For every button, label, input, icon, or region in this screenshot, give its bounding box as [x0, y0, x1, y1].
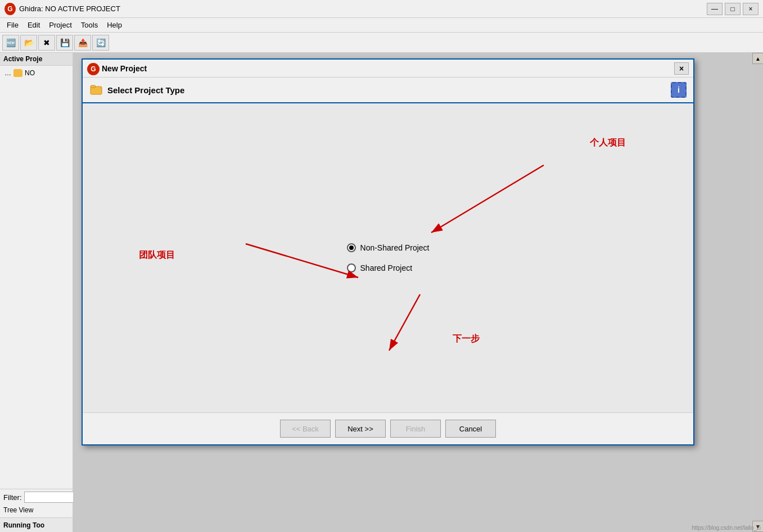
non-shared-project-label: Non-Shared Project: [360, 243, 430, 252]
dialog-header-title: Select Project Type: [107, 85, 184, 95]
window-controls: — □ ×: [707, 3, 759, 15]
export-toolbar-btn[interactable]: 📤: [74, 35, 91, 51]
dialog-title-bar: G New Project ×: [83, 60, 693, 78]
non-shared-project-option[interactable]: Non-Shared Project: [347, 243, 430, 252]
menu-project[interactable]: Project: [44, 20, 76, 30]
left-panel: Active Proje … NO Filter: ▶ Tree View Ru…: [0, 53, 73, 532]
filter-label: Filter:: [3, 493, 22, 502]
dialog-close-button[interactable]: ×: [674, 62, 689, 75]
no-project-label: NO: [25, 69, 35, 77]
window-title: Ghidra: NO ACTIVE PROJECT: [19, 4, 707, 13]
main-window: G Ghidra: NO ACTIVE PROJECT — □ × File E…: [0, 0, 763, 532]
header-section-folder-icon: [89, 83, 103, 97]
scroll-up-arrow[interactable]: ▲: [752, 53, 763, 64]
shared-project-label: Shared Project: [360, 263, 413, 272]
menu-bar: File Edit Project Tools Help: [0, 18, 763, 33]
svg-line-7: [389, 294, 420, 351]
toolbar: 🆕 📂 ✖ 💾 📤 🔄: [0, 33, 763, 53]
panel-footer: Filter: ▶ Tree View: [0, 489, 73, 517]
project-tree: … NO: [0, 66, 73, 489]
dialog-ghidra-icon: G: [87, 63, 100, 75]
active-projects-label: Active Proje: [3, 55, 42, 63]
save-toolbar-btn[interactable]: 💾: [56, 35, 73, 51]
annotation-team: 团队项目: [139, 249, 175, 261]
svg-rect-1: [91, 85, 96, 88]
back-button[interactable]: << Back: [280, 420, 331, 438]
minimize-button[interactable]: —: [707, 3, 723, 15]
running-tools-label: Running Too: [0, 517, 73, 532]
next-button[interactable]: Next >>: [335, 420, 386, 438]
tree-item-no-project: … NO: [2, 68, 70, 78]
ghidra-dragon-icon: G: [4, 3, 16, 15]
shared-project-option[interactable]: Shared Project: [347, 263, 413, 272]
open-toolbar-btn[interactable]: 📂: [20, 35, 37, 51]
annotation-personal: 个人项目: [590, 137, 626, 149]
menu-help[interactable]: Help: [102, 20, 127, 30]
project-type-radio-group: Non-Shared Project Shared Project: [347, 243, 430, 272]
new-project-toolbar-btn[interactable]: 🆕: [2, 35, 19, 51]
menu-file[interactable]: File: [2, 20, 23, 30]
dialog-title-text: New Project: [102, 64, 674, 73]
folder-icon: [13, 69, 22, 77]
dialog-title-icon: G: [87, 63, 98, 74]
menu-edit[interactable]: Edit: [23, 20, 44, 30]
scroll-thumb: [752, 64, 763, 521]
finish-button[interactable]: Finish: [390, 420, 441, 438]
ellipsis-label: …: [4, 69, 11, 77]
info-button[interactable]: i: [671, 82, 687, 98]
right-scrollbar: ▲ ▼: [752, 53, 763, 532]
shared-radio-circle[interactable]: [347, 263, 356, 272]
dialog-header-section: Select Project Type i: [83, 78, 693, 103]
close-window-button[interactable]: ×: [743, 3, 759, 15]
arrow-personal-svg: [83, 137, 693, 306]
content-area: Active Proje … NO Filter: ▶ Tree View Ru…: [0, 53, 763, 532]
svg-line-3: [431, 165, 544, 233]
dialog-footer: << Back Next >> Finish Cancel: [83, 412, 693, 444]
active-projects-header: Active Proje: [0, 53, 73, 66]
refresh-toolbar-btn[interactable]: 🔄: [92, 35, 109, 51]
title-bar: G Ghidra: NO ACTIVE PROJECT — □ ×: [0, 0, 763, 18]
svg-line-5: [246, 244, 358, 278]
annotation-next: 下一步: [453, 333, 480, 345]
main-panel: G New Project × Select Proje: [73, 53, 763, 532]
new-project-dialog: G New Project × Select Proje: [82, 58, 694, 445]
arrow-next-svg: [83, 289, 693, 390]
app-icon: G: [4, 3, 16, 15]
url-watermark: https://blog.csdn.net/lailo_zi: [692, 525, 761, 531]
maximize-button[interactable]: □: [725, 3, 741, 15]
dialog-body: Non-Shared Project Shared Project 个人项目: [83, 103, 693, 412]
non-shared-radio-circle[interactable]: [347, 243, 356, 252]
menu-tools[interactable]: Tools: [76, 20, 102, 30]
close-toolbar-btn[interactable]: ✖: [38, 35, 55, 51]
tree-view-label: Tree View: [3, 505, 69, 515]
filter-row: Filter: ▶: [3, 492, 69, 503]
dialog-header-left: Select Project Type: [89, 83, 184, 97]
cancel-button[interactable]: Cancel: [445, 420, 496, 438]
